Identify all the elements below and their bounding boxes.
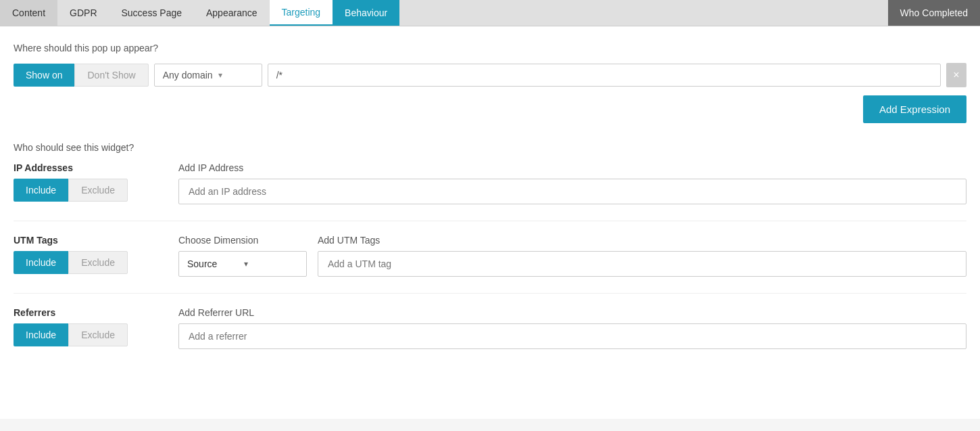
tab-success-page[interactable]: Success Page [109,0,195,26]
ip-add-label: Add IP Address [178,162,966,173]
referrers-include-button[interactable]: Include [14,323,68,346]
referrers-group: Referrers Include Exclude Add Referrer U… [14,307,966,349]
domain-dropdown[interactable]: Any domain ▾ [154,64,262,87]
add-referrer-label: Add Referrer URL [178,307,966,318]
dimension-value: Source [187,258,217,269]
ip-right-col: Add IP Address [178,162,966,204]
utm-exclude-button[interactable]: Exclude [68,251,128,274]
tab-appearance[interactable]: Appearance [194,0,270,26]
utm-inputs-row: Choose Dimension Source ▾ Add UTM Tags [178,235,966,277]
tab-bar: Content GDPR Success Page Appearance Tar… [0,0,980,26]
referrer-input[interactable] [178,323,966,349]
referrers-exclude-button[interactable]: Exclude [68,323,128,346]
popup-appear-row: Show on Don't Show Any domain ▾ × [14,63,966,87]
utm-divider [14,293,966,294]
ip-exclude-button[interactable]: Exclude [68,179,128,202]
show-on-button[interactable]: Show on [14,64,74,87]
referrers-toggle-group: Include Exclude [14,323,162,346]
utm-right-col: Choose Dimension Source ▾ Add UTM Tags [178,235,966,277]
add-expression-row: Add Expression [14,95,966,123]
utm-left-col: UTM Tags Include Exclude [14,235,162,274]
ip-left-col: IP Addresses Include Exclude [14,162,162,202]
dimension-col: Choose Dimension Source ▾ [178,235,307,277]
utm-include-button[interactable]: Include [14,251,68,274]
tab-targeting[interactable]: Targeting [270,0,333,26]
utm-label: UTM Tags [14,235,162,246]
referrers-left-col: Referrers Include Exclude [14,307,162,346]
dont-show-button[interactable]: Don't Show [74,64,148,87]
ip-input[interactable] [178,179,966,204]
utm-toggle-group: Include Exclude [14,251,162,274]
choose-dimension-label: Choose Dimension [178,235,307,246]
utm-tags-group: UTM Tags Include Exclude Choose Dimensio… [14,235,966,277]
tab-gdpr[interactable]: GDPR [57,0,109,26]
widget-question: Who should see this widget? [14,142,966,153]
chevron-down-icon: ▾ [218,70,222,80]
tab-behaviour[interactable]: Behaviour [333,0,399,26]
main-content: Where should this pop up appear? Show on… [0,26,980,419]
ip-toggle-group: Include Exclude [14,179,162,202]
url-input[interactable] [268,64,941,87]
add-expression-button[interactable]: Add Expression [863,95,966,123]
referrers-right-col: Add Referrer URL [178,307,966,349]
dimension-chevron-icon: ▾ [244,259,248,269]
add-utm-label: Add UTM Tags [318,235,966,246]
utm-input[interactable] [318,251,966,277]
widget-section: Who should see this widget? IP Addresses… [14,142,966,349]
close-expression-button[interactable]: × [946,63,966,87]
ip-addresses-group: IP Addresses Include Exclude Add IP Addr… [14,162,966,204]
close-icon: × [953,69,959,81]
domain-value: Any domain [163,70,213,81]
ip-divider [14,221,966,221]
tab-who-completed[interactable]: Who Completed [888,0,980,26]
utm-tag-col: Add UTM Tags [318,235,966,277]
referrers-label: Referrers [14,307,162,318]
ip-label: IP Addresses [14,162,162,173]
dimension-dropdown[interactable]: Source ▾ [178,251,307,277]
popup-appear-question: Where should this pop up appear? [14,43,966,53]
ip-include-button[interactable]: Include [14,179,68,202]
tab-content[interactable]: Content [0,0,57,26]
show-toggle-group: Show on Don't Show [14,64,149,87]
